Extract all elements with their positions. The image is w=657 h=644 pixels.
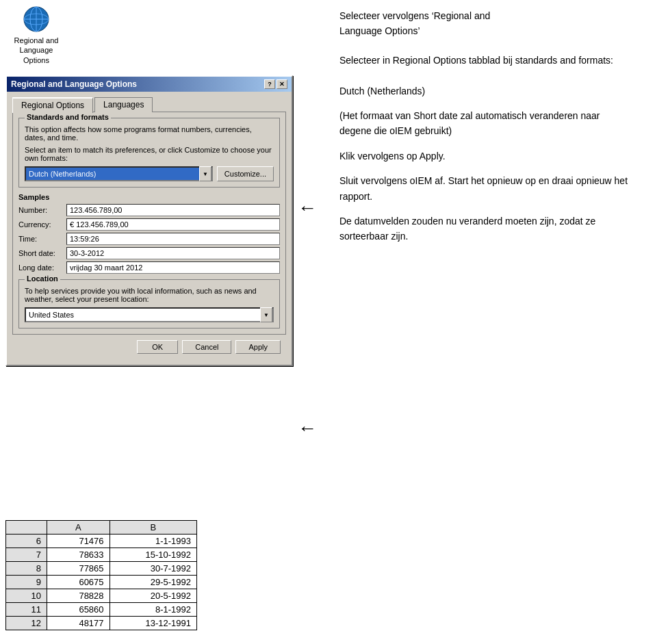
spreadsheet-row: 11 65860 8-1-1992	[6, 603, 197, 617]
tab-languages[interactable]: Languages	[94, 97, 153, 112]
spreadsheet-row: 10 78828 20-5-1992	[6, 589, 197, 603]
sample-row-shortdate: Short date: 30-3-2012	[18, 247, 280, 259]
cell-b-2: 30-7-1992	[110, 562, 196, 576]
cell-b-0: 1-1-1993	[110, 534, 196, 548]
cell-b-4: 20-5-1992	[110, 589, 196, 603]
cell-a-0: 71476	[47, 534, 110, 548]
instruction-section4-text: Sluit vervolgens oIEM af. Start het opni…	[339, 175, 628, 201]
cell-b-5: 8-1-1992	[110, 603, 196, 617]
col-header-b: B	[110, 521, 196, 534]
tabs-bar: Regional Options Languages	[12, 97, 286, 112]
col-header-empty	[6, 521, 47, 534]
cell-a-5: 65860	[47, 603, 110, 617]
sample-key-number: Number:	[18, 206, 66, 214]
format-dropdown-arrow[interactable]: ▼	[199, 166, 211, 181]
sample-key-currency: Currency:	[18, 220, 66, 229]
sample-key-time: Time:	[18, 235, 66, 243]
instruction-section2-text: (Het formaat van Short date zal automati…	[339, 110, 600, 136]
app-icon-area: Regional and Language Options	[5, 5, 67, 65]
sample-value-shortdate: 30-3-2012	[66, 247, 280, 259]
dialog-window: Regional and Language Options ? ✕ Region…	[5, 75, 293, 366]
row-num-3: 9	[6, 576, 47, 589]
sample-value-time: 13:59:26	[66, 233, 280, 245]
cancel-button[interactable]: Cancel	[182, 340, 231, 354]
sample-value-number: 123.456.789,00	[66, 204, 280, 216]
location-group: Location To help services provide you wi…	[18, 279, 280, 329]
instruction-section1-value: Dutch (Netherlands)	[339, 86, 425, 96]
cell-b-3: 29-5-1992	[110, 576, 196, 589]
dialog-titlebar: Regional and Language Options ? ✕	[7, 77, 292, 92]
sample-row-longdate: Long date: vrijdag 30 maart 2012	[18, 261, 280, 274]
customize-button[interactable]: Customize...	[217, 166, 274, 181]
spreadsheet-table: A B 6 71476 1-1-1993 7 78633 15-10-1992 …	[5, 520, 197, 630]
cell-a-1: 78633	[47, 548, 110, 562]
cell-a-4: 78828	[47, 589, 110, 603]
dialog-body: Regional Options Languages Standards and…	[7, 92, 292, 365]
globe-icon	[23, 5, 50, 33]
ok-button[interactable]: OK	[137, 340, 178, 354]
instruction-title-line1: Selecteer vervolgens ‘Regional and	[339, 10, 490, 21]
row-num-1: 7	[6, 548, 47, 562]
format-dropdown-row: Dutch (Netherlands) ▼ Customize...	[25, 166, 274, 181]
sample-value-currency: € 123.456.789,00	[66, 218, 280, 231]
cell-a-2: 77865	[47, 562, 110, 576]
instruction-section4: Sluit vervolgens oIEM af. Start het opni…	[339, 173, 632, 204]
location-dropdown-arrow[interactable]: ▼	[260, 307, 272, 322]
cell-a-3: 60675	[47, 576, 110, 589]
sample-value-longdate: vrijdag 30 maart 2012	[66, 261, 280, 274]
col-header-a: A	[47, 521, 110, 534]
cell-a-6: 48177	[47, 617, 110, 630]
arrow-dropdown: ←	[298, 197, 317, 219]
sample-key-shortdate: Short date:	[18, 249, 66, 257]
dialog-close-button[interactable]: ✕	[276, 79, 287, 89]
instruction-section3: Klik vervolgens op Apply.	[339, 149, 632, 164]
instructions-panel: Selecteer vervolgens ‘Regional and Langu…	[328, 0, 643, 262]
instruction-title-line2: Language Options’	[339, 25, 420, 36]
row-num-2: 8	[6, 562, 47, 576]
location-dropdown-label: United States	[26, 309, 260, 321]
format-dropdown-wrapper[interactable]: Dutch (Netherlands) ▼	[25, 166, 213, 181]
dialog-panel: Standards and formats This option affect…	[12, 112, 286, 335]
spreadsheet-row: 9 60675 29-5-1992	[6, 576, 197, 589]
row-num-5: 11	[6, 603, 47, 617]
sample-row-number: Number: 123.456.789,00	[18, 204, 280, 216]
location-description: To help services provide you with local …	[25, 287, 274, 303]
dialog-help-button[interactable]: ?	[264, 79, 275, 89]
dialog-footer: OK Cancel Apply	[12, 335, 286, 359]
cell-b-1: 15-10-1992	[110, 548, 196, 562]
sample-row-currency: Currency: € 123.456.789,00	[18, 218, 280, 231]
sample-row-time: Time: 13:59:26	[18, 233, 280, 245]
standards-group-label: Standards and formats	[25, 113, 111, 121]
location-dropdown-wrapper[interactable]: United States ▼	[25, 307, 274, 322]
row-num-6: 12	[6, 617, 47, 630]
instruction-section2: (Het formaat van Short date zal automati…	[339, 108, 632, 139]
standards-description: This option affects how some programs fo…	[25, 125, 274, 142]
cell-b-6: 13-12-1991	[110, 617, 196, 630]
instruction-section1-title: Selecteer in Regional Options tabblad bi…	[339, 55, 613, 66]
samples-label: Samples	[18, 193, 280, 201]
spreadsheet-row: 6 71476 1-1-1993	[6, 534, 197, 548]
dialog-title: Regional and Language Options	[11, 79, 137, 89]
sample-key-longdate: Long date:	[18, 263, 66, 272]
instruction-section3-text: Klik vervolgens op Apply.	[339, 151, 446, 162]
row-num-4: 10	[6, 589, 47, 603]
row-num-0: 6	[6, 534, 47, 548]
instruction-section5: De datumvelden zouden nu veranderd moete…	[339, 214, 632, 244]
instruction-section5-text: De datumvelden zouden nu veranderd moete…	[339, 216, 595, 242]
format-dropdown-label: Dutch (Netherlands)	[26, 168, 199, 180]
tab-regional-options[interactable]: Regional Options	[12, 97, 93, 113]
standards-hint: Select an item to match its preferences,…	[25, 146, 274, 162]
spreadsheet-row: 7 78633 15-10-1992	[6, 548, 197, 562]
spreadsheet-row: 12 48177 13-12-1991	[6, 617, 197, 630]
samples-area: Samples Number: 123.456.789,00 Currency:…	[18, 193, 280, 274]
apply-button[interactable]: Apply	[235, 340, 281, 354]
standards-group: Standards and formats This option affect…	[18, 118, 280, 188]
arrow-apply: ←	[298, 417, 317, 439]
app-label: Regional and Language Options	[14, 36, 59, 65]
dialog-controls: ? ✕	[264, 79, 287, 89]
instruction-title: Selecteer vervolgens ‘Regional and Langu…	[339, 8, 632, 39]
instruction-section1: Selecteer in Regional Options tabblad bi…	[339, 53, 632, 99]
spreadsheet-row: 8 77865 30-7-1992	[6, 562, 197, 576]
location-group-label: Location	[25, 274, 60, 283]
